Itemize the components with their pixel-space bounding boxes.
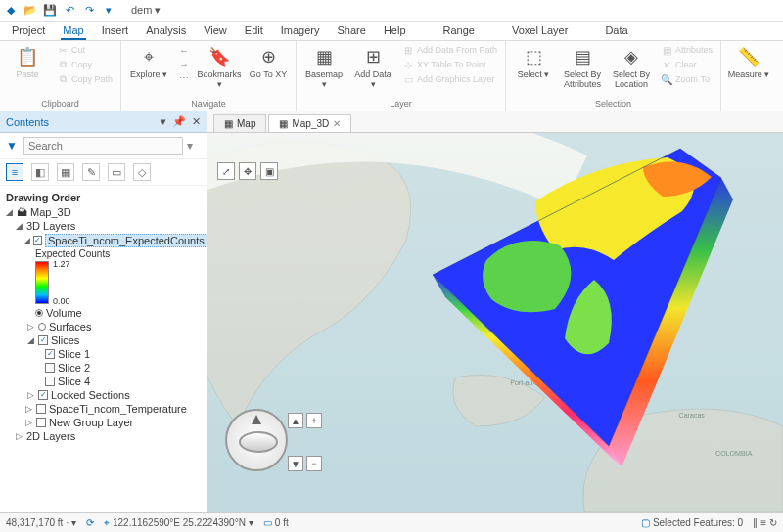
checkbox-slice1[interactable]: ✓ [45,349,55,359]
map-tab-2d[interactable]: ▦Map [213,114,266,132]
zoom-out-icon[interactable]: － [306,456,322,471]
tab-voxel-layer[interactable]: Voxel Layer [510,22,570,40]
redo-icon[interactable]: ↷ [82,4,96,18]
filter-icon[interactable]: ▼ [6,139,20,153]
project-dropdown[interactable]: dem ▾ [131,4,161,17]
zoom-to-button[interactable]: 🔍Zoom To [659,72,714,86]
map-tab-3d[interactable]: ▦Map_3D✕ [268,114,351,132]
surfaces-node[interactable]: ▷Surfaces [2,320,205,333]
add-data-path-button[interactable]: ⊞Add Data From Path [400,43,499,57]
list-by-drawing-icon[interactable]: ≡ [6,163,23,181]
select-by-loc-button[interactable]: ◈Select By Location [610,43,653,90]
refresh-icon[interactable]: ↻ [769,517,777,528]
slice2-node[interactable]: Slice 2 [2,361,205,375]
paste-button[interactable]: 📋Paste [6,43,49,80]
tab-imagery[interactable]: Imagery [279,22,322,40]
search-options-icon[interactable]: ▾ [187,139,201,153]
attributes-button[interactable]: ▤Attributes [659,43,714,57]
scene-canvas[interactable]: Port-au-Prince Caracas COLOMBIA [207,133,783,512]
coords-display[interactable]: ⌖122.1162590°E 25.2224390°N ▾ [104,517,253,529]
undo-icon[interactable]: ↶ [63,4,76,18]
radio-volume[interactable] [35,309,43,317]
basemap-button[interactable]: ▦Basemap ▾ [302,43,345,90]
layer-checkbox[interactable]: ✓ [33,236,42,245]
cut-button[interactable]: ✂Cut [55,43,115,57]
toc-tree[interactable]: Drawing Order ◢🏔Map_3D ◢3D Layers ◢✓Spac… [0,186,207,512]
new-group-layer[interactable]: ▷New Group Layer [2,416,205,429]
locate-button[interactable]: 🔭Locate [776,43,783,80]
map-node[interactable]: ◢🏔Map_3D [2,205,205,219]
pause-icon[interactable]: ‖ [753,517,758,528]
volume-node[interactable]: Volume [2,306,205,320]
bookmarks-button[interactable]: 🔖Bookmarks ▾ [198,43,241,90]
tab-view[interactable]: View [202,22,229,40]
list-by-editing-icon[interactable]: ✎ [82,163,100,181]
nav-next-button[interactable]: → [176,57,192,70]
zoom-in-icon[interactable]: ＋ [306,413,322,428]
panel-pin-icon[interactable]: 📌 [172,115,186,128]
slices-node[interactable]: ◢✓Slices [2,333,205,347]
checkbox-newgroup[interactable] [36,418,46,427]
layer-temperature[interactable]: ▷SpaceTi_ncom_Temperature [2,402,205,416]
tab-project[interactable]: Project [10,22,47,40]
list-by-selection-icon[interactable]: ▦ [57,163,74,181]
camera-icon[interactable]: ▣ [260,162,278,180]
snap-icon[interactable]: ≡ [760,517,766,528]
list-by-labeling-icon[interactable]: ◇ [133,163,151,181]
tab-data[interactable]: Data [603,22,629,40]
clear-button[interactable]: ✕Clear [659,58,714,71]
tilt-down-icon[interactable]: ▼ [288,456,303,471]
checkbox-slice4[interactable] [45,377,55,386]
slice1-node[interactable]: ✓Slice 1 [2,347,205,361]
open-icon[interactable]: 📂 [23,4,37,18]
checkbox-locked[interactable]: ✓ [38,390,48,400]
tab-help[interactable]: Help [382,22,408,40]
nav-more-button[interactable]: ⋯ [176,70,192,84]
project-icon[interactable]: ◆ [4,4,18,18]
select-button[interactable]: ⬚Select ▾ [512,43,555,80]
scale-display[interactable]: 48,317,170 ft · ▾ [6,517,76,528]
copy-button[interactable]: ⧉Copy [55,58,115,71]
rotation-display[interactable]: ⟳ [86,517,94,528]
select-by-attr-button[interactable]: ▤Select By Attributes [561,43,604,90]
elevation-display[interactable]: ▭0 ft [263,517,289,528]
tab-range[interactable]: Range [441,22,477,40]
explore-button[interactable]: ⌖Explore ▾ [127,43,170,80]
checkbox-temp[interactable] [36,404,46,414]
selected-features[interactable]: ▢Selected Features: 0 [641,517,743,528]
slice4-node[interactable]: Slice 4 [2,375,205,388]
full-extent-icon[interactable]: ⤢ [217,162,235,180]
qat-more-icon[interactable]: ▾ [102,4,115,18]
navigator[interactable]: ▲ ＋ ▼ － [217,409,296,507]
tab-analysis[interactable]: Analysis [144,22,188,40]
list-by-snapping-icon[interactable]: ▭ [108,163,125,181]
group-label: Clipboard [6,99,115,111]
goto-xy-button[interactable]: ⊕Go To XY [247,43,290,80]
close-tab-icon[interactable]: ✕ [333,118,341,129]
3d-layers-node[interactable]: ◢3D Layers [2,219,205,233]
list-by-source-icon[interactable]: ◧ [31,163,49,181]
panel-menu-icon[interactable]: ▾ [161,115,166,128]
tilt-up-icon[interactable]: ▲ [288,413,303,428]
compass[interactable] [225,409,288,471]
tab-map[interactable]: Map [61,22,85,40]
nav-prev-button[interactable]: ← [176,43,192,57]
layer-expected-counts[interactable]: ◢✓SpaceTi_ncom_ExpectedCounts [2,233,205,248]
save-icon[interactable]: 💾 [43,4,57,18]
checkbox-slice2[interactable] [45,363,55,373]
tab-insert[interactable]: Insert [100,22,131,40]
add-data-button[interactable]: ⊞Add Data ▾ [351,43,394,90]
tab-share[interactable]: Share [336,22,368,40]
checkbox-slices[interactable]: ✓ [38,335,48,345]
2d-layers-node[interactable]: ▷2D Layers [2,429,205,443]
tab-edit[interactable]: Edit [243,22,265,40]
measure-button[interactable]: 📏Measure ▾ [727,43,770,80]
search-input[interactable] [23,137,183,155]
panel-close-icon[interactable]: ✕ [192,115,201,128]
copy-path-button[interactable]: ⧉Copy Path [55,72,115,86]
xy-table-button[interactable]: ⊹XY Table To Point [400,58,499,71]
locked-sections-node[interactable]: ▷✓Locked Sections [2,388,205,402]
nav-mode-icon[interactable]: ✥ [239,162,256,180]
radio-surfaces[interactable] [38,323,46,331]
add-graphics-button[interactable]: ▭Add Graphics Layer [400,72,499,86]
